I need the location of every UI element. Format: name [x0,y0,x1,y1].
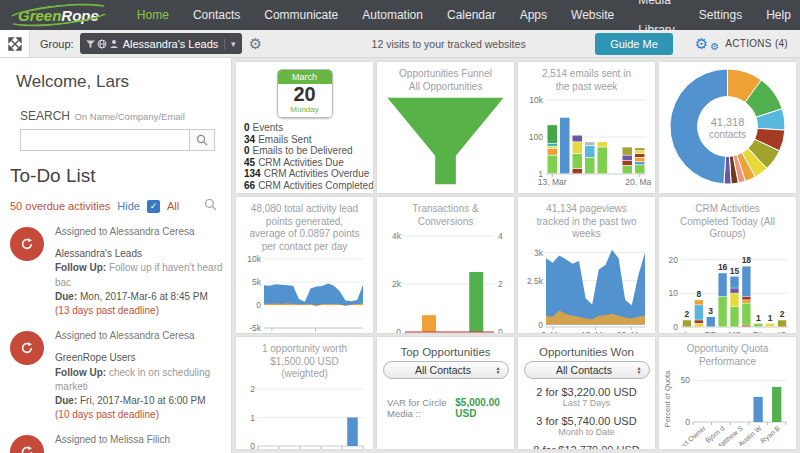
opportunity-row[interactable]: VAR for Circle Media :: $5,000.00 USD [387,397,504,419]
svg-text:2k: 2k [392,279,402,289]
svg-text:1: 1 [768,312,773,322]
sidebar: Welcome, Lars SEARCH On Name/Company/Ema… [0,58,232,453]
group-selector[interactable]: Alessandra's Leads ▾ [80,33,242,54]
calendar-month: March [278,70,332,84]
all-checkbox[interactable] [147,200,160,213]
nav-item-website[interactable]: Website [559,0,626,30]
nav-item-settings[interactable]: Settings [687,0,754,30]
transactions-conversions-chart: 4k42k200 [381,230,510,333]
nav-item-apps[interactable]: Apps [508,0,559,30]
logo[interactable]: GreenRope [8,5,109,26]
svg-text:100: 100 [529,132,543,142]
card-contacts-donut: 41,318contacts [659,62,796,193]
select-arrows-icon: ▲▼ [637,366,642,374]
card-opportunities-won: Opportunities Won All Contacts ▲▼ 2 for … [518,337,655,449]
gears-icon: ⚙ [695,36,708,51]
due-text: Mon, 2017-Mar-6 at 8:45 PM [80,291,208,302]
search-icon [196,134,208,146]
calendar-weekday: Monday [278,105,332,117]
chart-subtitle: All Opportunities [388,81,503,94]
select-arrows-icon: ▲▼ [496,366,501,374]
search-button[interactable] [189,129,215,151]
card-opportunities-funnel: Opportunities Funnel All Opportunities [377,62,514,193]
todo-item[interactable]: Assigned to Alessandra Ceresa Alessandra… [0,223,231,327]
todo-item[interactable]: Assigned to Melissa Filich GreenRope Use… [0,431,231,453]
todo-assigned: Assigned to Alessandra Ceresa [55,329,223,343]
group-label: Group: [40,38,74,50]
svg-text:P: P [329,449,335,450]
emails-sent-chart: 10k100113. Mar20. Mar [522,95,651,187]
search-icon[interactable] [204,197,217,215]
search-sublabel: On Name/Company/Email [74,111,184,122]
svg-text:IC: IC [778,330,787,334]
nav-item-help[interactable]: Help [754,0,800,30]
nav-item-automation[interactable]: Automation [350,0,435,30]
card-transactions: Transactions & Conversions 4k42k200 [377,197,514,333]
weighted-opportunity-chart: 012NOPPP [240,383,369,450]
chevron-down-icon: ▾ [224,39,236,49]
layout: Welcome, Lars SEARCH On Name/Company/Ema… [0,58,800,453]
group-selector-value: Alessandra's Leads [123,38,219,50]
svg-text:10k: 10k [529,95,543,105]
welcome-text: Welcome, Lars [16,72,231,92]
actions-label: ACTIONS (4) [725,38,788,49]
all-label: All [167,200,179,212]
hide-link[interactable]: Hide [117,200,140,212]
logo-text-rope: Rope [61,7,99,24]
todo-item-text: Assigned to Melissa Filich GreenRope Use… [55,433,170,453]
chart-title: CRM Activities Completed Today (All Grou… [677,203,778,241]
dashboard-grid: March 20 Monday 0Events 34Emails Sent 0E… [232,58,800,453]
svg-text:2.5k: 2.5k [527,275,544,285]
filter-value: All Contacts [532,364,637,376]
overdue-count: 50 overdue activities [10,200,110,212]
todo-item-text: Assigned to Alessandra Ceresa GreenRope … [55,329,223,422]
contacts-filter-select[interactable]: All Contacts ▲▼ [524,361,650,379]
due-label: Due: [55,395,77,406]
todo-assigned: Assigned to Alessandra Ceresa [55,225,223,239]
person-icon [109,39,119,49]
svg-text:MS: MS [728,330,741,334]
overdue-filter-row: 50 overdue activities Hide All [10,197,217,215]
nav-item-contacts[interactable]: Contacts [181,0,252,30]
card-calendar-summary: March 20 Monday 0Events 34Emails Sent 0E… [236,62,373,193]
nav-item-home[interactable]: Home [125,0,181,30]
chart-title: 1 opportunity worth $1,500.00 USD (weigh… [247,343,362,381]
svg-text:contacts: contacts [709,129,746,140]
chart-title: 41,134 pageviews tracked in the past two… [534,203,639,241]
card-title: Top Opportunities [381,346,510,358]
card-lead-points: 48,080 total activity lead points genera… [236,197,373,333]
svg-text:3k: 3k [534,247,544,257]
todo-assigned: Assigned to Melissa Filich [55,433,170,447]
actions-button[interactable]: ⚙⚙ ACTIONS (4) [695,36,788,52]
svg-text:RL: RL [753,330,764,334]
todo-item[interactable]: Assigned to Alessandra Ceresa GreenRope … [0,327,231,431]
todo-group: Alessandra's Leads [55,247,223,261]
contacts-filter-select[interactable]: All Contacts ▲▼ [383,361,509,379]
gear-icon[interactable]: ⚙ [249,36,262,51]
svg-text:6. Mar: 6. Mar [541,330,565,334]
svg-text:P: P [350,449,356,450]
svg-text:18: 18 [742,255,752,265]
search-input[interactable] [20,129,189,151]
nav-item-calendar[interactable]: Calendar [435,0,508,30]
nav-item-communicate[interactable]: Communicate [252,0,350,30]
won-stat: 3 for $5,740.00 USDMonth to Date [522,415,651,437]
chart-title: 48,080 total activity lead points genera… [247,203,362,253]
chart-title: Opportunities Funnel [388,68,503,81]
svg-text:0: 0 [396,327,401,333]
guide-me-button[interactable]: Guide Me [595,33,673,55]
won-stat: 2 for $3,220.00 USDLast 7 Days [522,386,651,408]
deadline-text: (13 days past deadline) [55,304,223,318]
svg-text:8: 8 [696,289,701,299]
expand-icon[interactable] [0,30,30,57]
svg-text:L: L [685,330,690,334]
svg-text:13. Mar: 13. Mar [301,331,330,333]
search-label: SEARCH [20,109,70,123]
todo-group: GreenRope Users [55,351,223,365]
nav-right: Settings Help Logout [687,0,800,30]
svg-text:5k: 5k [252,277,262,287]
due-label: Due: [55,291,77,302]
svg-text:13. Mar: 13. Mar [538,177,567,187]
svg-text:20. Mar: 20. Mar [617,330,646,334]
svg-text:16: 16 [718,262,728,272]
